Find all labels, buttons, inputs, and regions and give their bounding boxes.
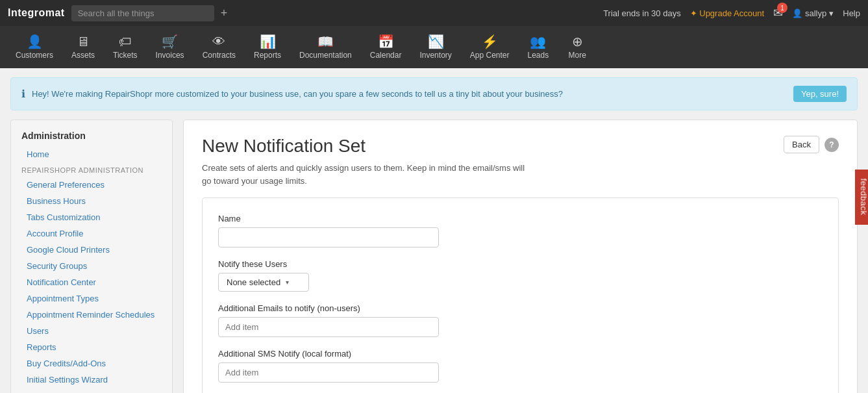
- notify-label: Notify these Users: [218, 259, 823, 269]
- nav-documentation[interactable]: 📖 Documentation: [290, 30, 361, 65]
- top-bar: Integromat + Trial ends in 30 days ✦ Upg…: [0, 0, 868, 26]
- additional-sms-input[interactable]: [218, 362, 439, 383]
- sidebar-item-reports[interactable]: Reports: [11, 339, 172, 355]
- tickets-icon: 🏷: [119, 35, 132, 48]
- nav-customers-label: Customers: [16, 51, 53, 60]
- yep-button[interactable]: Yep, sure!: [793, 86, 847, 102]
- sidebar-item-buy-credits[interactable]: Buy Credits/Add-Ons: [11, 355, 172, 372]
- sidebar-item-appointment-types[interactable]: Appointment Types: [11, 290, 172, 307]
- info-banner: ℹ Hey! We're making RepairShopr more cus…: [10, 77, 858, 110]
- nav-assets-label: Assets: [71, 51, 95, 60]
- additional-sms-label: Additional SMS Notify (local format): [218, 349, 823, 359]
- form-container: Name Notify these Users None selected ▾ …: [202, 197, 839, 393]
- nav-more[interactable]: ⊕ More: [558, 30, 597, 65]
- additional-emails-label: Additional Emails to notify (non-users): [218, 303, 823, 313]
- page-header-text: New Notification Set Create sets of aler…: [202, 136, 527, 187]
- page-title: New Notification Set: [202, 136, 527, 157]
- app-center-icon: ⚡: [482, 35, 498, 48]
- main-layout: Administration Home REPAIRSHOPR ADMINIST…: [10, 120, 858, 393]
- brand-logo: Integromat: [8, 7, 65, 19]
- nav-calendar-label: Calendar: [370, 51, 402, 60]
- assets-icon: 🖥: [77, 35, 90, 48]
- nav-app-center-label: App Center: [470, 51, 510, 60]
- additional-emails-group: Additional Emails to notify (non-users): [218, 303, 823, 337]
- nav-bar: 👤 Customers 🖥 Assets 🏷 Tickets 🛒 Invoice…: [0, 26, 868, 68]
- sidebar-item-account-profile[interactable]: Account Profile: [11, 225, 172, 242]
- sidebar-item-tabs-customization[interactable]: Tabs Customization: [11, 209, 172, 225]
- nav-invoices-label: Invoices: [156, 51, 184, 60]
- top-bar-right: Trial ends in 30 days ✦ Upgrade Account …: [603, 6, 860, 20]
- back-button[interactable]: Back: [784, 136, 819, 153]
- content-area: New Notification Set Create sets of aler…: [183, 120, 858, 393]
- mail-badge-container[interactable]: ✉ 1: [773, 6, 783, 20]
- contracts-icon: 👁: [212, 35, 225, 48]
- sidebar-item-security-groups[interactable]: Security Groups: [11, 258, 172, 274]
- notify-users-dropdown[interactable]: None selected ▾: [218, 273, 309, 292]
- help-link[interactable]: Help: [843, 8, 860, 18]
- sidebar-item-home[interactable]: Home: [11, 146, 172, 162]
- nav-calendar[interactable]: 📅 Calendar: [361, 30, 411, 65]
- sidebar: Administration Home REPAIRSHOPR ADMINIST…: [10, 120, 173, 393]
- trial-text: Trial ends in 30 days: [603, 8, 680, 18]
- nav-app-center[interactable]: ⚡ App Center: [461, 30, 519, 65]
- nav-reports-label: Reports: [254, 51, 281, 60]
- nav-inventory-label: Inventory: [419, 51, 451, 60]
- nav-leads[interactable]: 👥 Leads: [519, 30, 558, 65]
- add-button[interactable]: +: [221, 7, 228, 19]
- notify-users-group: Notify these Users None selected ▾: [218, 259, 823, 292]
- name-label: Name: [218, 214, 823, 223]
- help-circle-icon[interactable]: ?: [825, 138, 839, 152]
- inventory-icon: 📉: [428, 35, 444, 48]
- nav-inventory[interactable]: 📉 Inventory: [410, 30, 460, 65]
- user-dropdown-icon: ▾: [829, 8, 834, 18]
- banner-text: Hey! We're making RepairShopr more custo…: [32, 89, 787, 99]
- mail-count-badge: 1: [777, 3, 787, 13]
- nav-leads-label: Leads: [528, 51, 549, 60]
- nav-contracts-label: Contracts: [203, 51, 236, 60]
- nav-documentation-label: Documentation: [299, 51, 352, 60]
- name-input[interactable]: [218, 227, 439, 247]
- nav-tickets-label: Tickets: [113, 51, 138, 60]
- global-search-input[interactable]: [71, 5, 214, 21]
- header-actions: Back ?: [784, 136, 839, 153]
- nav-more-label: More: [569, 51, 586, 60]
- calendar-icon: 📅: [378, 35, 394, 48]
- user-menu[interactable]: 👤 sallyp ▾: [792, 8, 834, 18]
- documentation-icon: 📖: [317, 35, 334, 48]
- chevron-down-icon: ▾: [286, 279, 289, 286]
- feedback-tab[interactable]: feedback: [855, 169, 868, 224]
- user-icon: 👤: [792, 8, 802, 18]
- upgrade-link[interactable]: ✦ Upgrade Account: [690, 8, 764, 18]
- customers-icon: 👤: [27, 35, 43, 48]
- additional-emails-input[interactable]: [218, 317, 439, 337]
- sidebar-item-general-preferences[interactable]: General Preferences: [11, 177, 172, 193]
- nav-reports[interactable]: 📊 Reports: [245, 30, 290, 65]
- nav-assets[interactable]: 🖥 Assets: [62, 30, 104, 65]
- sidebar-item-users[interactable]: Users: [11, 323, 172, 339]
- nav-invoices[interactable]: 🛒 Invoices: [147, 30, 193, 65]
- leads-icon: 👥: [530, 35, 546, 48]
- nav-tickets[interactable]: 🏷 Tickets: [104, 30, 147, 65]
- nav-contracts[interactable]: 👁 Contracts: [193, 30, 245, 65]
- content-header: New Notification Set Create sets of aler…: [202, 136, 839, 187]
- sidebar-item-business-hours[interactable]: Business Hours: [11, 193, 172, 209]
- page-subtitle: Create sets of alerts and quickly assign…: [202, 162, 527, 187]
- sidebar-item-google-cloud-printers[interactable]: Google Cloud Printers: [11, 242, 172, 258]
- sidebar-title: Administration: [11, 128, 172, 146]
- sidebar-section-label: REPAIRSHOPR ADMINISTRATION: [11, 162, 172, 177]
- info-icon: ℹ: [21, 88, 25, 100]
- notify-dropdown-value: None selected: [227, 277, 280, 287]
- sidebar-item-initial-settings-wizard[interactable]: Initial Settings Wizard: [11, 372, 172, 388]
- more-icon: ⊕: [572, 35, 583, 48]
- nav-customers[interactable]: 👤 Customers: [6, 30, 62, 65]
- sidebar-item-appointment-reminder-schedules[interactable]: Appointment Reminder Schedules: [11, 307, 172, 323]
- user-name: sallyp: [805, 8, 826, 18]
- additional-sms-group: Additional SMS Notify (local format): [218, 349, 823, 383]
- reports-icon: 📊: [260, 35, 276, 48]
- invoices-icon: 🛒: [162, 35, 178, 48]
- sidebar-item-notification-center[interactable]: Notification Center: [11, 274, 172, 290]
- name-field-group: Name: [218, 214, 823, 247]
